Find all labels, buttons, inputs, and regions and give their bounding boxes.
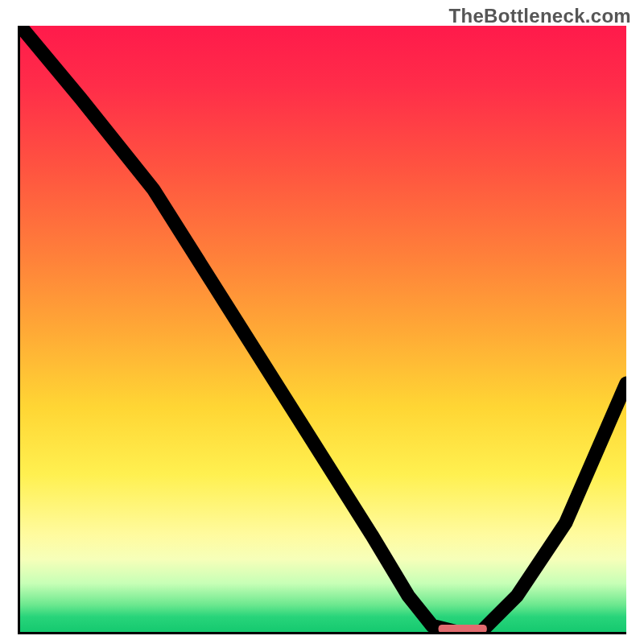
plot-svg — [20, 26, 626, 632]
watermark-label: TheBottleneck.com — [449, 5, 631, 27]
optimal-marker — [439, 625, 487, 632]
chart-frame: TheBottleneck.com — [0, 0, 644, 644]
plot-area — [18, 26, 626, 634]
bottleneck-curve — [20, 26, 626, 632]
